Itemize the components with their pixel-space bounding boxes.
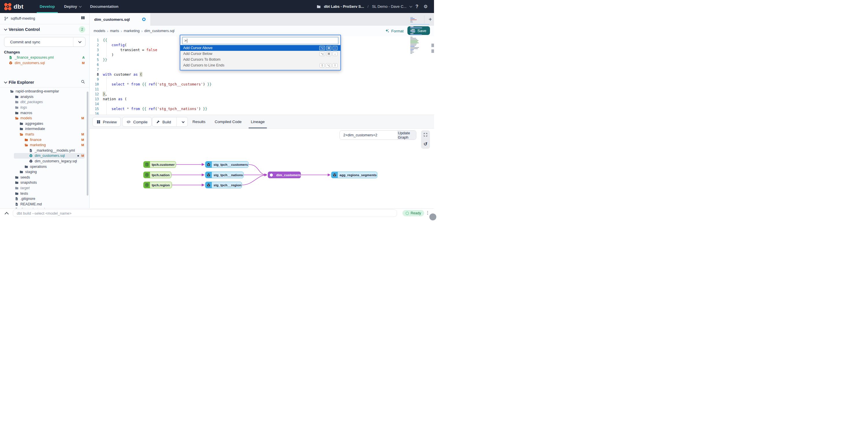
file-tree-item[interactable]: aggregates xyxy=(0,121,89,126)
file-tree-item[interactable]: marketingM xyxy=(0,143,89,148)
lineage-filter-input[interactable] xyxy=(340,130,398,139)
gear-icon[interactable]: ⚙ xyxy=(423,4,429,9)
file-tree-item[interactable]: logs xyxy=(0,105,89,110)
file-tree-item[interactable]: snapshots xyxy=(0,180,89,185)
panel-tab-results[interactable]: Results xyxy=(188,115,210,128)
folder-icon xyxy=(19,122,23,126)
code-line[interactable]: 15 select * from {{ ref('stg_tpch__natio… xyxy=(90,106,434,111)
file-tree-label: analysis xyxy=(21,95,33,99)
changed-file-row[interactable]: _finance_exposures.ymlA xyxy=(0,55,89,60)
nav-item-develop[interactable]: Develop xyxy=(35,0,60,13)
file-tree-item[interactable]: dim_customers_legacy.sql xyxy=(0,159,89,164)
code-token xyxy=(140,82,142,86)
file-tree-item[interactable]: target xyxy=(0,185,89,191)
file-tree-item[interactable]: financeM xyxy=(0,137,89,143)
code-token: }} xyxy=(103,58,107,62)
panel-tab-compiled-code[interactable]: Compiled Code xyxy=(210,115,246,128)
file-tree-item[interactable]: staging xyxy=(0,169,89,175)
code-line[interactable]: 16 xyxy=(90,111,434,115)
dbt-command-input[interactable] xyxy=(13,209,397,217)
code-line[interactable]: 14 xyxy=(90,101,434,106)
compile-button[interactable]: Compile xyxy=(122,117,152,127)
file-tree-item[interactable]: intermediate xyxy=(0,126,89,132)
sidebar-scrollbar[interactable] xyxy=(87,92,88,195)
git-status-letter: A xyxy=(82,56,85,59)
file-tree-item[interactable]: seeds xyxy=(0,175,89,180)
code-line[interactable]: 10 select * from {{ ref('stg_tpch__custo… xyxy=(90,82,434,87)
commit-options-chevron[interactable] xyxy=(73,37,85,46)
command-palette-input[interactable]: > xyxy=(182,37,338,44)
file-tree-item[interactable]: .gitignore xyxy=(0,196,89,201)
minimap-line xyxy=(410,45,416,45)
commit-and-sync-button[interactable]: Commit and sync xyxy=(4,37,86,47)
command-item[interactable]: Add Cursor Above⌥⌘↑ xyxy=(180,45,340,51)
nav-item-documentation[interactable]: Documentation xyxy=(86,0,123,13)
code-line[interactable]: 8with customer as ( xyxy=(90,72,434,77)
breadcrumb-item[interactable]: marts xyxy=(110,29,119,33)
account-name[interactable]: dbt Labs - ProServ S... xyxy=(324,4,364,9)
lineage-node-stg_nations[interactable]: stg_tpch__nations xyxy=(205,172,244,178)
file-tree-item[interactable]: macros xyxy=(0,110,89,116)
reset-view-icon[interactable]: ↺ xyxy=(424,141,427,147)
lineage-node-agg_regions_segments[interactable]: agg_regions_segments xyxy=(331,172,377,178)
command-item[interactable]: Add Cursors to Line Ends⇧⌥I xyxy=(180,62,340,68)
file-tree-item[interactable]: analysis xyxy=(0,94,89,100)
lineage-node-tpch_region[interactable]: tpch.region xyxy=(143,182,172,188)
file-tree-item[interactable]: README.md xyxy=(0,201,89,207)
file-tree-item[interactable]: rapid-onboarding-exemplar xyxy=(0,89,89,94)
folder-icon xyxy=(24,138,28,142)
command-item[interactable]: Add Cursor Below⌥⌘↓ xyxy=(180,51,340,57)
grid-icon xyxy=(96,120,100,124)
breadcrumb-item[interactable]: dim_customers.sql xyxy=(144,29,174,33)
code-line[interactable]: 11 xyxy=(90,87,434,92)
file-tree-item[interactable]: tests xyxy=(0,191,89,196)
file-tree-item[interactable]: martsM xyxy=(0,132,89,137)
command-item[interactable]: Add Cursors To Bottom xyxy=(180,57,340,62)
fullscreen-icon[interactable] xyxy=(423,132,428,137)
code-line[interactable]: 9 xyxy=(90,77,434,82)
expand-panel-chevron-icon[interactable] xyxy=(5,212,9,216)
chevron-down-icon[interactable] xyxy=(409,5,412,7)
git-branch-icon xyxy=(4,17,8,21)
dbt-logo[interactable]: dbt xyxy=(0,3,29,10)
breadcrumb-item[interactable]: marketing xyxy=(124,29,140,33)
changed-file-row[interactable]: dim_customers.sqlM xyxy=(0,60,89,66)
lineage-node-stg_regions[interactable]: stg_tpch__regions xyxy=(205,182,242,188)
file-tree-item[interactable]: dim_customers.sqlM xyxy=(0,153,89,159)
lineage-node-stg_customers[interactable]: stg_tpch__customers xyxy=(205,161,248,168)
file-tree-item[interactable]: operations xyxy=(0,164,89,169)
file-tree-item[interactable]: dbt_packages xyxy=(0,99,89,105)
project-selector[interactable]: SL Demo - Dave C... xyxy=(372,4,406,9)
build-button[interactable]: Build xyxy=(152,117,188,127)
panel-tab-lineage[interactable]: Lineage xyxy=(246,115,269,128)
preview-button[interactable]: Preview xyxy=(92,117,121,127)
docs-book-icon[interactable] xyxy=(81,15,85,21)
version-control-header[interactable]: Version Control 2 xyxy=(0,24,89,35)
file-icon xyxy=(15,202,19,206)
file-explorer-header[interactable]: File Explorer xyxy=(0,77,89,87)
code-line[interactable]: 13nation as ( xyxy=(90,96,434,101)
editor-tab[interactable]: dim_customers.sql xyxy=(90,13,150,26)
lineage-node-dim_customers[interactable]: dim_customers xyxy=(268,172,301,178)
nav-item-deploy[interactable]: Deploy xyxy=(60,0,86,13)
folder-icon xyxy=(15,100,19,104)
editor-minimap[interactable] xyxy=(410,17,429,49)
chevron-down-icon xyxy=(4,27,7,30)
minimap-line xyxy=(410,22,413,23)
file-tree-item[interactable]: _marketing__models.yml xyxy=(0,148,89,153)
branch-name[interactable]: sqlfluff-meeting xyxy=(11,17,35,21)
lineage-node-tpch_nation[interactable]: tpch.nation xyxy=(143,172,172,178)
update-graph-button[interactable]: Update Graph xyxy=(398,130,416,139)
format-button[interactable]: Format xyxy=(385,27,404,35)
build-options-chevron[interactable] xyxy=(182,120,185,123)
code-token: ( xyxy=(140,72,142,76)
breadcrumb-item[interactable]: models xyxy=(94,29,105,33)
search-icon[interactable] xyxy=(81,80,85,85)
lineage-node-tpch_customer[interactable]: tpch.customer xyxy=(143,161,176,168)
help-icon[interactable]: ? xyxy=(414,4,420,9)
code-token xyxy=(140,106,142,111)
sparkle-icon xyxy=(385,29,390,33)
code-line[interactable]: 12), xyxy=(90,92,434,96)
file-tree-item[interactable]: modelsM xyxy=(0,116,89,121)
kebab-menu-icon[interactable]: ⋮ xyxy=(425,210,430,215)
